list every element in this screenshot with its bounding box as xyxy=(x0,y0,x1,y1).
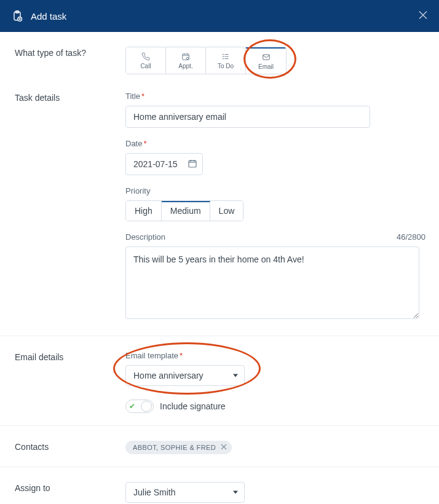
email-details-label: Email details xyxy=(15,351,125,413)
priority-low[interactable]: Low xyxy=(210,201,243,221)
dialog-header: Add task xyxy=(0,0,439,32)
email-template-select[interactable]: Home anniversary xyxy=(125,365,245,386)
task-type-todo[interactable]: To Do xyxy=(206,47,246,74)
task-type-label: What type of task? xyxy=(15,47,125,74)
svg-rect-7 xyxy=(183,53,189,59)
task-type-call-label: Call xyxy=(140,63,151,69)
svg-point-15 xyxy=(223,53,223,54)
email-template-label: Email template* xyxy=(125,351,425,360)
chip-remove-icon[interactable] xyxy=(221,444,227,451)
description-textarea[interactable] xyxy=(125,246,419,319)
assign-to-label: Assign to xyxy=(15,482,125,503)
divider xyxy=(0,336,439,336)
check-icon: ✔ xyxy=(129,402,135,411)
svg-point-17 xyxy=(223,58,223,58)
include-signature-toggle[interactable]: ✔ xyxy=(125,400,154,413)
assign-to-select[interactable]: Julie Smith xyxy=(125,482,245,503)
calendar-picker-icon[interactable] xyxy=(188,159,197,170)
title-input[interactable] xyxy=(125,106,370,128)
dropdown-caret-icon xyxy=(233,374,238,377)
task-details-label: Task details xyxy=(15,92,125,321)
svg-rect-18 xyxy=(263,54,269,59)
task-type-appt-label: Appt. xyxy=(178,63,192,69)
task-type-email-label: Email xyxy=(258,63,274,70)
task-type-appt[interactable]: Appt. xyxy=(166,47,206,74)
assign-to-value: Julie Smith xyxy=(133,487,175,497)
include-signature-label: Include signature xyxy=(160,401,226,411)
calendar-icon xyxy=(180,52,191,61)
date-label: Date* xyxy=(125,139,425,148)
date-input[interactable] xyxy=(133,159,184,169)
task-type-todo-label: To Do xyxy=(218,63,234,69)
divider xyxy=(0,425,439,426)
contact-chip-label: ABBOT, SOPHIE & FRED xyxy=(133,444,216,451)
svg-point-16 xyxy=(223,56,223,57)
contact-chip[interactable]: ABBOT, SOPHIE & FRED xyxy=(125,441,232,454)
description-count: 46/2800 xyxy=(397,232,425,242)
mail-icon xyxy=(261,53,272,61)
clipboard-add-icon xyxy=(11,10,23,22)
divider xyxy=(0,467,439,467)
task-type-email[interactable]: Email xyxy=(246,47,286,74)
priority-group: High Medium Low xyxy=(125,200,243,221)
priority-label: Priority xyxy=(125,186,425,195)
list-icon xyxy=(220,52,231,61)
title-label: Title* xyxy=(125,92,425,101)
task-type-group: Call Appt. xyxy=(125,47,287,74)
dropdown-caret-icon xyxy=(233,491,238,494)
priority-high[interactable]: High xyxy=(126,201,162,221)
close-icon[interactable] xyxy=(418,10,428,22)
phone-icon xyxy=(140,52,151,61)
dialog-title: Add task xyxy=(31,11,66,22)
svg-point-11 xyxy=(186,57,189,60)
date-input-wrapper[interactable] xyxy=(125,153,203,175)
contacts-label: Contacts xyxy=(15,441,125,454)
description-label: Description xyxy=(125,232,165,242)
task-type-call[interactable]: Call xyxy=(126,47,166,74)
priority-medium[interactable]: Medium xyxy=(162,201,210,221)
email-template-value: Home anniversary xyxy=(133,371,204,380)
toggle-knob xyxy=(141,401,152,412)
svg-rect-19 xyxy=(189,160,196,167)
